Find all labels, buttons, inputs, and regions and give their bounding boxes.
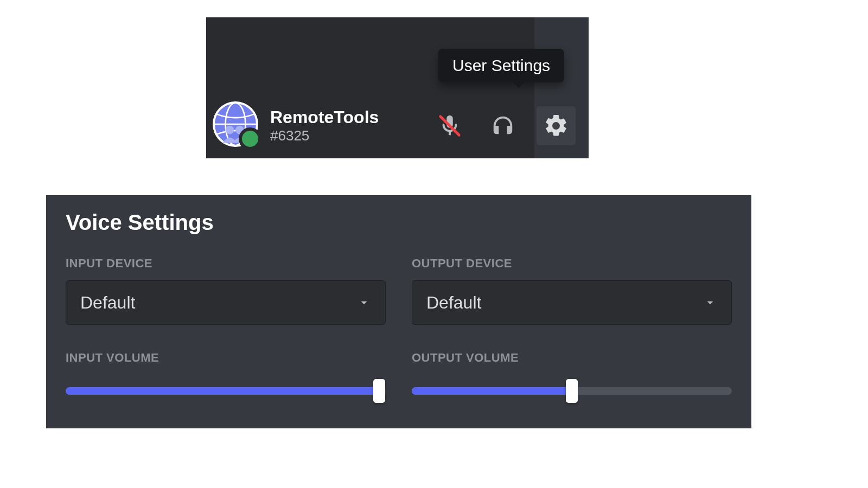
chevron-down-icon	[357, 296, 371, 310]
slider-fill	[412, 387, 572, 395]
user-text: RemoteTools #6325	[270, 107, 379, 145]
output-volume-slider[interactable]	[412, 379, 732, 403]
gear-icon	[543, 113, 569, 139]
input-device-label: INPUT DEVICE	[66, 256, 386, 271]
slider-fill	[66, 387, 379, 395]
username: RemoteTools	[270, 107, 379, 127]
output-device-label: OUTPUT DEVICE	[412, 256, 732, 271]
status-online-icon	[239, 127, 261, 150]
output-volume-label: OUTPUT VOLUME	[412, 351, 732, 365]
input-device-col: INPUT DEVICE Default INPUT VOLUME	[66, 256, 386, 403]
chevron-down-icon	[703, 296, 717, 310]
avatar[interactable]	[213, 101, 261, 150]
output-device-value: Default	[426, 293, 481, 313]
voice-settings-card: Voice Settings INPUT DEVICE Default INPU…	[46, 195, 751, 428]
headphones-icon	[490, 113, 515, 138]
deafen-button[interactable]	[483, 106, 522, 145]
mute-button[interactable]	[430, 106, 469, 145]
input-device-select[interactable]: Default	[66, 280, 386, 325]
voice-settings-title: Voice Settings	[66, 210, 732, 235]
user-discriminator: #6325	[270, 128, 379, 144]
user-row: RemoteTools #6325	[206, 93, 589, 158]
user-panel: RemoteTools #6325	[206, 17, 589, 158]
output-device-col: OUTPUT DEVICE Default OUTPUT VOLUME	[412, 256, 732, 403]
slider-thumb[interactable]	[566, 379, 578, 403]
panel-actions	[430, 106, 583, 145]
svg-point-4	[226, 126, 234, 134]
user-settings-button[interactable]	[537, 106, 576, 145]
slider-thumb[interactable]	[373, 379, 385, 403]
device-row: INPUT DEVICE Default INPUT VOLUME OUTPUT…	[66, 256, 732, 403]
input-volume-slider[interactable]	[66, 379, 386, 403]
microphone-muted-icon	[437, 113, 462, 138]
panel-spacer	[206, 17, 589, 93]
output-device-select[interactable]: Default	[412, 280, 732, 325]
input-volume-label: INPUT VOLUME	[66, 351, 386, 365]
input-device-value: Default	[80, 293, 135, 313]
